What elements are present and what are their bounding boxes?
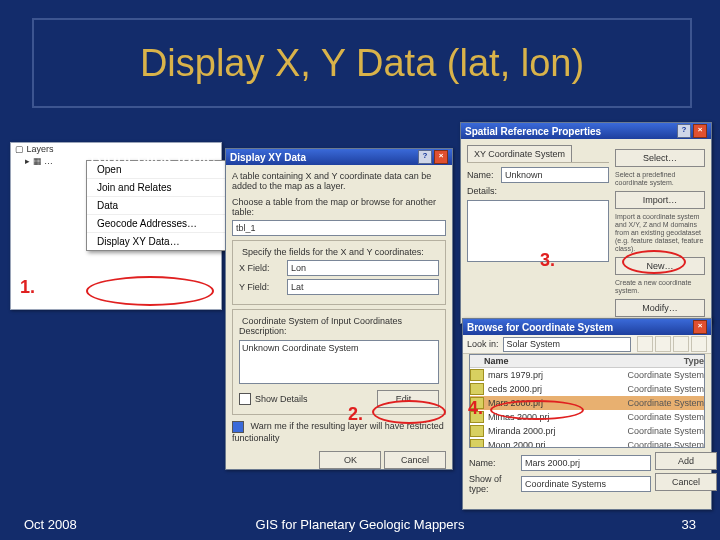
up-folder-icon[interactable] (637, 336, 653, 352)
slide-title-frame: Display X, Y Data (lat, lon) (32, 18, 692, 108)
display-xy-titlebar: Display XY Data ? × (226, 149, 452, 165)
row-type: Coordinate System (627, 426, 704, 436)
menu-geocode[interactable]: Geocode Addresses… (87, 215, 237, 233)
row-name: Miranda 2000.prj (488, 426, 627, 436)
browse-titlebar: Browse for Coordinate System × (463, 319, 711, 335)
row-type: Coordinate System (627, 412, 704, 422)
y-field-label: Y Field: (239, 282, 287, 292)
help-icon[interactable]: ? (418, 150, 432, 164)
table-select[interactable]: tbl_1 (232, 220, 446, 236)
srp-select-hint: Select a predefined coordinate system. (615, 171, 705, 187)
step4-number: 4. (468, 398, 483, 419)
show-details-label: Show Details (255, 394, 308, 404)
cs-desc-label: Description: (239, 326, 439, 336)
close-icon[interactable]: × (693, 124, 707, 138)
x-field-label: X Field: (239, 263, 287, 273)
srp-modify-button[interactable]: Modify… (615, 299, 705, 317)
display-xy-ok-button[interactable]: OK (319, 451, 381, 469)
menu-joins[interactable]: Join and Relates (87, 179, 237, 197)
browse-row[interactable]: Miranda 2000.prjCoordinate System (470, 424, 704, 438)
file-name-label: Name: (469, 458, 521, 468)
step1-number: 1. (20, 277, 35, 298)
close-icon[interactable]: × (693, 320, 707, 334)
table-context-menu: Open Join and Relates Data Geocode Addre… (86, 160, 238, 251)
srp-dialog: Spatial Reference Properties ? × XY Coor… (460, 122, 712, 324)
slide-title: Display X, Y Data (lat, lon) (140, 42, 584, 85)
y-field-select[interactable]: Lat (287, 279, 439, 295)
row-type: Coordinate System (627, 398, 704, 408)
browse-row[interactable]: mars 1979.prjCoordinate System (470, 368, 704, 382)
step1-oval (86, 276, 214, 306)
choose-table-label: Choose a table from the map or browse fo… (232, 197, 446, 217)
srp-details-text (467, 200, 609, 262)
list-view-icon[interactable] (655, 336, 671, 352)
refresh-icon[interactable] (691, 336, 707, 352)
browse-title: Browse for Coordinate System (467, 322, 613, 333)
right-click-annotation: Right click table (90, 147, 216, 168)
srp-select-button[interactable]: Select… (615, 149, 705, 167)
step3-oval (622, 250, 686, 274)
lookin-label: Look in: (467, 339, 499, 349)
display-xy-cancel-button[interactable]: Cancel (384, 451, 446, 469)
step4-oval (490, 400, 584, 420)
col-type: Type (684, 356, 704, 366)
srp-import-hint: Import a coordinate system and X/Y, Z an… (615, 213, 705, 253)
display-xy-title: Display XY Data (230, 152, 306, 163)
show-details-checkbox[interactable] (239, 393, 251, 405)
row-type: Coordinate System (627, 370, 704, 380)
browse-toolbar: Look in: Solar System (463, 335, 711, 354)
globe-icon (470, 425, 484, 437)
lookin-select[interactable]: Solar System (503, 337, 631, 352)
srp-import-button[interactable]: Import… (615, 191, 705, 209)
close-icon[interactable]: × (434, 150, 448, 164)
cs-group: Coordinate System of Input Coordinates D… (232, 309, 446, 415)
browse-row[interactable]: Moon 2000.prjCoordinate System (470, 438, 704, 448)
cs-legend: Coordinate System of Input Coordinates (239, 316, 405, 326)
row-name: mars 1979.prj (488, 370, 627, 380)
warn-label: Warn me if the resulting layer will have… (232, 421, 444, 443)
srp-details-label: Details: (467, 186, 609, 196)
globe-icon (470, 369, 484, 381)
row-type: Coordinate System (627, 440, 704, 448)
file-type-select[interactable]: Coordinate Systems (521, 476, 651, 492)
srp-titlebar: Spatial Reference Properties ? × (461, 123, 711, 139)
details-view-icon[interactable] (673, 336, 689, 352)
display-xy-desc: A table containing X and Y coordinate da… (232, 171, 446, 191)
step2-oval (372, 400, 446, 424)
layers-root-label: Layers (27, 144, 54, 154)
srp-name-label: Name: (467, 170, 501, 180)
file-type-label: Show of type: (469, 474, 521, 494)
x-field-select[interactable]: Lon (287, 260, 439, 276)
help-icon[interactable]: ? (677, 124, 691, 138)
browse-add-button[interactable]: Add (655, 452, 717, 470)
globe-icon (470, 439, 484, 448)
row-name: Moon 2000.prj (488, 440, 627, 448)
step3-number: 3. (540, 250, 555, 271)
row-name: ceds 2000.prj (488, 384, 627, 394)
menu-display-xy[interactable]: Display XY Data… (87, 233, 237, 250)
warn-checkbox[interactable] (232, 421, 244, 433)
xy-fields-legend: Specify the fields for the X and Y coord… (239, 247, 427, 257)
col-name: Name (484, 356, 684, 366)
browse-cancel-button[interactable]: Cancel (655, 473, 717, 491)
menu-data[interactable]: Data (87, 197, 237, 215)
row-type: Coordinate System (627, 384, 704, 394)
xy-fields-group: Specify the fields for the X and Y coord… (232, 240, 446, 305)
srp-name-input[interactable]: Unknown (501, 167, 609, 183)
cs-desc-value: Unknown Coordinate System (242, 343, 359, 353)
footer-page: 33 (682, 517, 696, 532)
step2-number: 2. (348, 404, 363, 425)
file-name-input[interactable]: Mars 2000.prj (521, 455, 651, 471)
footer-center: GIS for Planetary Geologic Mappers (0, 517, 720, 532)
browse-row[interactable]: ceds 2000.prjCoordinate System (470, 382, 704, 396)
srp-new-hint: Create a new coordinate system. (615, 279, 705, 295)
srp-tab[interactable]: XY Coordinate System (467, 145, 572, 162)
srp-title: Spatial Reference Properties (465, 126, 601, 137)
globe-icon (470, 383, 484, 395)
cs-desc-text: Unknown Coordinate System (239, 340, 439, 384)
